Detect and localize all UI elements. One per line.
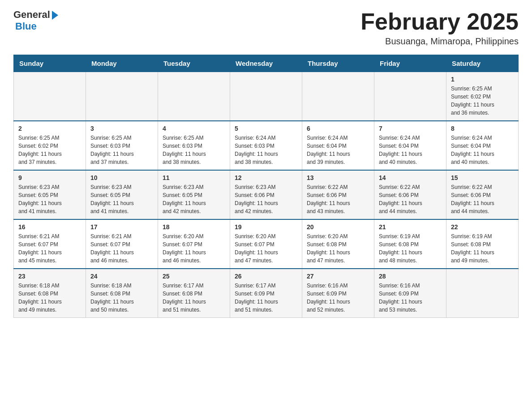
day-number: 15 — [451, 174, 514, 181]
day-number: 12 — [235, 174, 297, 181]
logo: General Blue — [13, 9, 58, 32]
calendar-cell: 18Sunrise: 6:20 AM Sunset: 6:07 PM Dayli… — [158, 219, 230, 269]
day-number: 27 — [307, 273, 369, 280]
day-info: Sunrise: 6:24 AM Sunset: 6:04 PM Dayligh… — [307, 134, 369, 166]
day-number: 7 — [379, 125, 442, 132]
day-info: Sunrise: 6:24 AM Sunset: 6:04 PM Dayligh… — [451, 134, 514, 166]
logo-general-text: General — [13, 9, 50, 21]
calendar-cell: 16Sunrise: 6:21 AM Sunset: 6:07 PM Dayli… — [14, 219, 86, 269]
logo-blue-text: Blue — [15, 21, 37, 32]
week-row-4: 16Sunrise: 6:21 AM Sunset: 6:07 PM Dayli… — [14, 219, 519, 269]
weekday-header-wednesday: Wednesday — [230, 55, 302, 72]
day-number: 1 — [451, 76, 514, 83]
day-number: 23 — [18, 273, 81, 280]
page-header: General Blue February 2025 Busuanga, Mim… — [13, 9, 519, 47]
day-info: Sunrise: 6:22 AM Sunset: 6:06 PM Dayligh… — [379, 183, 442, 215]
day-number: 18 — [163, 223, 225, 231]
weekday-header-tuesday: Tuesday — [158, 55, 230, 72]
calendar-cell: 27Sunrise: 6:16 AM Sunset: 6:09 PM Dayli… — [302, 269, 374, 318]
calendar-cell: 5Sunrise: 6:24 AM Sunset: 6:03 PM Daylig… — [230, 121, 302, 170]
day-info: Sunrise: 6:24 AM Sunset: 6:04 PM Dayligh… — [379, 134, 442, 166]
day-number: 21 — [379, 223, 442, 231]
weekday-header-row: SundayMondayTuesdayWednesdayThursdayFrid… — [14, 55, 519, 72]
calendar-cell: 19Sunrise: 6:20 AM Sunset: 6:07 PM Dayli… — [230, 219, 302, 269]
calendar-cell — [374, 72, 446, 121]
day-number: 6 — [307, 125, 369, 132]
weekday-header-thursday: Thursday — [302, 55, 374, 72]
weekday-header-monday: Monday — [86, 55, 158, 72]
week-row-2: 2Sunrise: 6:25 AM Sunset: 6:02 PM Daylig… — [14, 121, 519, 170]
calendar-cell: 11Sunrise: 6:23 AM Sunset: 6:05 PM Dayli… — [158, 170, 230, 219]
calendar-cell: 24Sunrise: 6:18 AM Sunset: 6:08 PM Dayli… — [86, 269, 158, 318]
calendar-cell: 20Sunrise: 6:20 AM Sunset: 6:08 PM Dayli… — [302, 219, 374, 269]
calendar-cell — [446, 269, 519, 318]
day-number: 2 — [18, 125, 81, 132]
calendar-cell: 22Sunrise: 6:19 AM Sunset: 6:08 PM Dayli… — [446, 219, 519, 269]
day-info: Sunrise: 6:23 AM Sunset: 6:05 PM Dayligh… — [163, 183, 225, 215]
day-number: 26 — [235, 273, 297, 280]
calendar-cell: 13Sunrise: 6:22 AM Sunset: 6:06 PM Dayli… — [302, 170, 374, 219]
calendar-cell: 10Sunrise: 6:23 AM Sunset: 6:05 PM Dayli… — [86, 170, 158, 219]
day-number: 11 — [163, 174, 225, 181]
day-info: Sunrise: 6:19 AM Sunset: 6:08 PM Dayligh… — [379, 232, 442, 265]
day-info: Sunrise: 6:23 AM Sunset: 6:06 PM Dayligh… — [235, 183, 297, 215]
day-number: 25 — [163, 273, 225, 280]
day-number: 3 — [90, 125, 153, 132]
day-info: Sunrise: 6:20 AM Sunset: 6:07 PM Dayligh… — [163, 232, 225, 265]
calendar-cell: 6Sunrise: 6:24 AM Sunset: 6:04 PM Daylig… — [302, 121, 374, 170]
week-row-1: 1Sunrise: 6:25 AM Sunset: 6:02 PM Daylig… — [14, 72, 519, 121]
day-info: Sunrise: 6:16 AM Sunset: 6:09 PM Dayligh… — [379, 282, 442, 314]
calendar-cell: 14Sunrise: 6:22 AM Sunset: 6:06 PM Dayli… — [374, 170, 446, 219]
day-info: Sunrise: 6:18 AM Sunset: 6:08 PM Dayligh… — [90, 282, 153, 314]
day-info: Sunrise: 6:18 AM Sunset: 6:08 PM Dayligh… — [18, 282, 81, 314]
day-info: Sunrise: 6:17 AM Sunset: 6:09 PM Dayligh… — [235, 282, 297, 314]
day-number: 9 — [18, 174, 81, 181]
day-info: Sunrise: 6:22 AM Sunset: 6:06 PM Dayligh… — [307, 183, 369, 215]
weekday-header-sunday: Sunday — [14, 55, 86, 72]
day-info: Sunrise: 6:16 AM Sunset: 6:09 PM Dayligh… — [307, 282, 369, 314]
day-number: 16 — [18, 223, 81, 231]
day-info: Sunrise: 6:25 AM Sunset: 6:02 PM Dayligh… — [18, 134, 81, 166]
calendar-cell: 4Sunrise: 6:25 AM Sunset: 6:03 PM Daylig… — [158, 121, 230, 170]
day-info: Sunrise: 6:25 AM Sunset: 6:03 PM Dayligh… — [90, 134, 153, 166]
day-info: Sunrise: 6:25 AM Sunset: 6:03 PM Dayligh… — [163, 134, 225, 166]
calendar-cell: 21Sunrise: 6:19 AM Sunset: 6:08 PM Dayli… — [374, 219, 446, 269]
title-section: February 2025 Busuanga, Mimaropa, Philip… — [360, 9, 519, 47]
day-number: 22 — [451, 223, 514, 231]
day-number: 5 — [235, 125, 297, 132]
day-info: Sunrise: 6:19 AM Sunset: 6:08 PM Dayligh… — [451, 232, 514, 265]
week-row-3: 9Sunrise: 6:23 AM Sunset: 6:05 PM Daylig… — [14, 170, 519, 219]
calendar-cell — [14, 72, 86, 121]
day-number: 20 — [307, 223, 369, 231]
calendar-cell: 1Sunrise: 6:25 AM Sunset: 6:02 PM Daylig… — [446, 72, 519, 121]
day-info: Sunrise: 6:23 AM Sunset: 6:05 PM Dayligh… — [90, 183, 153, 215]
day-number: 10 — [90, 174, 153, 181]
day-number: 13 — [307, 174, 369, 181]
calendar-cell — [86, 72, 158, 121]
calendar-cell: 12Sunrise: 6:23 AM Sunset: 6:06 PM Dayli… — [230, 170, 302, 219]
day-number: 4 — [163, 125, 225, 132]
calendar-cell: 23Sunrise: 6:18 AM Sunset: 6:08 PM Dayli… — [14, 269, 86, 318]
calendar-cell — [158, 72, 230, 121]
day-number: 14 — [379, 174, 442, 181]
calendar-cell: 2Sunrise: 6:25 AM Sunset: 6:02 PM Daylig… — [14, 121, 86, 170]
calendar-cell — [302, 72, 374, 121]
day-number: 24 — [90, 273, 153, 280]
day-number: 28 — [379, 273, 442, 280]
day-number: 8 — [451, 125, 514, 132]
day-info: Sunrise: 6:25 AM Sunset: 6:02 PM Dayligh… — [451, 85, 514, 117]
day-info: Sunrise: 6:17 AM Sunset: 6:08 PM Dayligh… — [163, 282, 225, 314]
calendar-cell: 15Sunrise: 6:22 AM Sunset: 6:06 PM Dayli… — [446, 170, 519, 219]
location-text: Busuanga, Mimaropa, Philippines — [360, 36, 519, 47]
day-number: 19 — [235, 223, 297, 231]
calendar-cell: 17Sunrise: 6:21 AM Sunset: 6:07 PM Dayli… — [86, 219, 158, 269]
week-row-5: 23Sunrise: 6:18 AM Sunset: 6:08 PM Dayli… — [14, 269, 519, 318]
calendar-cell: 28Sunrise: 6:16 AM Sunset: 6:09 PM Dayli… — [374, 269, 446, 318]
calendar-cell: 25Sunrise: 6:17 AM Sunset: 6:08 PM Dayli… — [158, 269, 230, 318]
day-info: Sunrise: 6:20 AM Sunset: 6:07 PM Dayligh… — [235, 232, 297, 265]
calendar-cell — [230, 72, 302, 121]
logo-arrow-icon — [52, 11, 58, 20]
day-info: Sunrise: 6:21 AM Sunset: 6:07 PM Dayligh… — [90, 232, 153, 265]
calendar-table: SundayMondayTuesdayWednesdayThursdayFrid… — [13, 55, 519, 318]
day-info: Sunrise: 6:22 AM Sunset: 6:06 PM Dayligh… — [451, 183, 514, 215]
